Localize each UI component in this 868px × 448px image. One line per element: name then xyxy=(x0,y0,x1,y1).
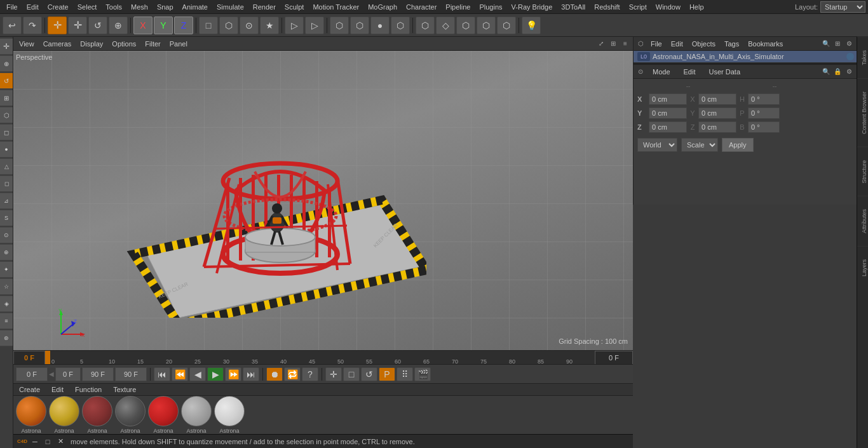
menu-script[interactable]: Script xyxy=(625,2,651,12)
tab-attributes[interactable]: Attributes xyxy=(857,196,868,246)
menu-help[interactable]: Help xyxy=(686,2,708,12)
key-mode-btn[interactable]: P xyxy=(379,367,395,381)
coord-h-input[interactable] xyxy=(748,93,780,105)
lt-tool4[interactable]: S xyxy=(0,210,13,226)
timeline-playhead[interactable] xyxy=(45,351,50,365)
menu-sculpt[interactable]: Sculpt xyxy=(281,2,308,12)
coord-scale-dropdown[interactable]: Scale Size xyxy=(681,138,718,152)
coord-world-dropdown[interactable]: World Object Parent xyxy=(637,138,677,152)
material-item-7[interactable]: Astrona xyxy=(214,396,245,434)
menu-snap[interactable]: Snap xyxy=(153,2,177,12)
menu-select[interactable]: Select xyxy=(74,2,101,12)
coord-p-input[interactable] xyxy=(748,107,780,119)
lt-tool2[interactable]: ◻ xyxy=(0,175,13,192)
coord-z-pos-input[interactable] xyxy=(649,121,687,133)
tab-layers[interactable]: Layers xyxy=(857,246,868,289)
play-anim-button[interactable]: ▷ xyxy=(285,17,304,34)
object-item-astronaut[interactable]: L0 Astronaut_NASA_in_Multi_Axis_Simulato… xyxy=(634,51,868,63)
bridge-button[interactable]: ⬡ xyxy=(497,17,516,34)
mat-edit-menu[interactable]: Edit xyxy=(48,384,67,395)
frame-end2-input[interactable] xyxy=(115,367,147,381)
3d-viewport[interactable]: Perspective KEEP CLEAR KEEP CLEAR xyxy=(13,51,633,350)
vp-menu-options[interactable]: Options xyxy=(109,39,139,49)
undo-button[interactable]: ↩ xyxy=(3,17,22,34)
rot-mode-btn[interactable]: ↺ xyxy=(361,367,377,381)
attr-mode-tab[interactable]: Mode xyxy=(648,67,676,77)
select-tool-button[interactable]: ✛ xyxy=(48,17,67,34)
grid-btn[interactable]: ⠿ xyxy=(397,367,413,381)
go-start-button[interactable]: ⏮ xyxy=(154,367,170,381)
obj-search-icon[interactable]: 🔍 xyxy=(821,39,831,49)
obj-tags-menu[interactable]: Tags xyxy=(721,39,742,49)
tab-structure[interactable]: Structure xyxy=(857,147,868,196)
lt-tool11[interactable]: ⊛ xyxy=(0,330,13,346)
frame-marker-input[interactable] xyxy=(55,367,81,381)
play-forward-button[interactable]: ▶ xyxy=(207,367,224,381)
play-back-button[interactable]: ◀ xyxy=(189,367,206,381)
light-button[interactable]: 💡 xyxy=(522,17,541,34)
redo-button[interactable]: ↷ xyxy=(23,17,42,34)
move-tool-button[interactable]: ✛ xyxy=(68,17,87,34)
lt-rotate[interactable]: ↺ xyxy=(0,72,13,89)
coord-z-pos2-input[interactable] xyxy=(698,121,736,133)
material-item-3[interactable]: Astrona xyxy=(82,396,112,434)
mat-create-menu[interactable]: Create xyxy=(16,384,43,395)
vp-expand-icon[interactable]: ⤢ xyxy=(596,39,606,49)
obj-settings-icon[interactable]: ⚙ xyxy=(844,39,854,49)
help-button[interactable]: ? xyxy=(302,367,318,381)
rect-mode-btn[interactable]: □ xyxy=(343,367,360,381)
menu-mesh[interactable]: Mesh xyxy=(127,2,152,12)
minimize-icon[interactable]: ─ xyxy=(30,437,40,447)
vp-menu-view[interactable]: View xyxy=(16,39,37,49)
bevel-button[interactable]: ⬡ xyxy=(456,17,475,34)
vp-lock-icon[interactable]: ⊞ xyxy=(608,39,618,49)
x-axis-button[interactable]: X xyxy=(133,17,153,34)
point-button[interactable]: ● xyxy=(370,17,390,34)
lt-tool7[interactable]: ✦ xyxy=(0,261,13,278)
menu-tools[interactable]: Tools xyxy=(102,2,126,12)
step-back-button[interactable]: ⏪ xyxy=(172,367,188,381)
lt-select[interactable]: ✛ xyxy=(0,38,13,55)
attr-lock-icon[interactable]: 🔒 xyxy=(832,67,843,77)
lt-tool10[interactable]: ≡ xyxy=(0,313,13,329)
tab-takes[interactable]: Takes xyxy=(857,37,868,78)
edge-button[interactable]: ⬡ xyxy=(350,17,369,34)
obj-objects-menu[interactable]: Objects xyxy=(689,39,719,49)
frame-end-input[interactable] xyxy=(82,367,114,381)
obj-filter-icon[interactable]: ⊞ xyxy=(832,39,843,49)
menu-file[interactable]: File xyxy=(3,2,22,12)
object-vis-1[interactable] xyxy=(846,53,854,60)
poly-button[interactable]: ⬡ xyxy=(330,17,349,34)
z-axis-button[interactable]: Z xyxy=(174,17,193,34)
frame-start-input[interactable] xyxy=(16,367,48,381)
menu-motion-tracker[interactable]: Motion Tracker xyxy=(309,2,363,12)
lt-tool6[interactable]: ⊕ xyxy=(0,244,13,261)
vp-menu-filter[interactable]: Filter xyxy=(142,39,163,49)
menu-edit[interactable]: Edit xyxy=(23,2,43,12)
obj-file-menu[interactable]: File xyxy=(648,39,665,49)
render-vp-button[interactable]: ▷ xyxy=(305,17,324,34)
go-end-button[interactable]: ⏭ xyxy=(243,367,259,381)
menu-3dtoall[interactable]: 3DToAll xyxy=(557,2,589,12)
record-button[interactable]: ⏺ xyxy=(266,367,283,381)
close-icon[interactable]: ✕ xyxy=(55,437,65,447)
menu-render[interactable]: Render xyxy=(249,2,280,12)
uvw-button[interactable]: ⬡ xyxy=(391,17,410,34)
attr-settings-icon[interactable]: ⚙ xyxy=(844,67,854,77)
loop-button[interactable]: ⬡ xyxy=(477,17,496,34)
menu-vray[interactable]: V-Ray Bridge xyxy=(508,2,557,12)
layout-dropdown[interactable]: Startup Standard xyxy=(820,1,865,13)
lt-tool1[interactable]: △ xyxy=(0,158,13,175)
material-item-5[interactable]: Astrona xyxy=(148,396,179,434)
step-forward-button[interactable]: ⏩ xyxy=(225,367,241,381)
camera-button[interactable]: ★ xyxy=(260,17,279,34)
lt-scale[interactable]: ⊞ xyxy=(0,90,13,106)
lt-tool3[interactable]: ⊿ xyxy=(0,193,13,209)
y-axis-button[interactable]: Y xyxy=(154,17,173,34)
timeline-ruler[interactable]: 0 5 10 15 20 25 30 35 40 45 50 55 60 65 … xyxy=(50,351,595,365)
lt-tool9[interactable]: ◈ xyxy=(0,295,13,312)
loop-button-transport[interactable]: 🔁 xyxy=(284,367,301,381)
hex-button[interactable]: ⬡ xyxy=(219,17,238,34)
menu-animate[interactable]: Animate xyxy=(179,2,212,12)
spline-button[interactable]: ⊙ xyxy=(240,17,259,34)
